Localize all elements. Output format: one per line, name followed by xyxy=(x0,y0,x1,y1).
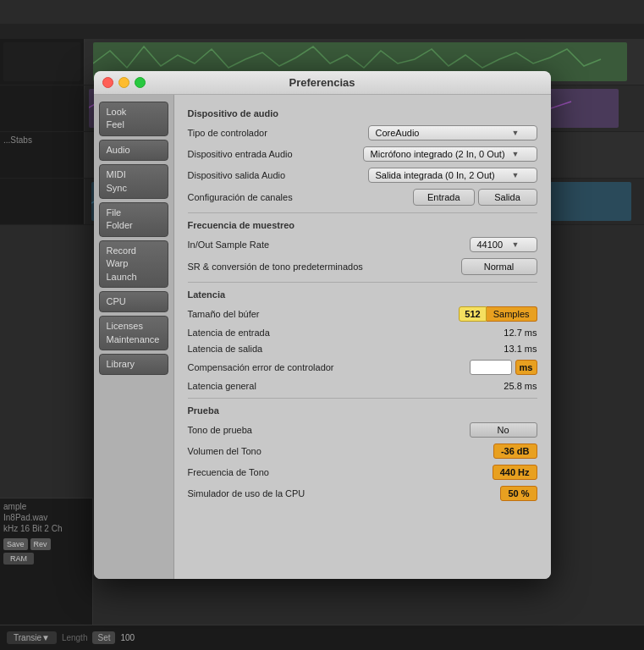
control-volumen-tono: -36 dB xyxy=(493,443,537,459)
control-config-canales: Entrada Salida xyxy=(413,189,537,206)
label-tamano-buffer: Tamaño del búfer xyxy=(188,309,460,319)
btn-salida[interactable]: Salida xyxy=(478,189,537,206)
ms-tag-compensacion: ms xyxy=(515,360,537,375)
control-latencia-general: 25.8 ms xyxy=(504,381,537,391)
label-frecuencia-tono: Frecuencia de Tono xyxy=(188,467,493,477)
control-latencia-entrada: 12.7 ms xyxy=(504,328,537,338)
dropdown-arrow-sr: ▼ xyxy=(512,240,520,249)
buffer-unit: Samples xyxy=(487,306,537,322)
label-latencia-general: Latencia general xyxy=(188,381,504,391)
label-volumen-tono: Volumen del Tono xyxy=(188,446,493,456)
label-sr-conversion: SR & conversión de tono predeterminados xyxy=(188,262,461,272)
input-compensacion[interactable]: 0.00 xyxy=(470,360,512,375)
divider-1 xyxy=(188,212,537,213)
sidebar-item-record-warp-launch[interactable]: Record Warp Launch xyxy=(99,240,168,288)
buffer-num[interactable]: 512 xyxy=(459,306,486,322)
control-simulador-cpu: 50 % xyxy=(500,486,537,501)
value-latencia-general: 25.8 ms xyxy=(504,381,537,391)
field-dispositivo-entrada: Dispositivo entrada Audio Micrófono inte… xyxy=(188,146,537,162)
field-sr-conversion: SR & conversión de tono predeterminados … xyxy=(188,258,537,275)
value-volumen-tono[interactable]: -36 dB xyxy=(493,443,537,459)
sidebar-item-licenses[interactable]: Licenses Maintenance xyxy=(99,316,168,350)
sidebar-item-file-folder[interactable]: File Folder xyxy=(99,202,168,237)
title-bar: Preferencias xyxy=(94,71,551,95)
label-simulador-cpu: Simulador de uso de la CPU xyxy=(188,488,501,499)
field-compensacion: Compensación error de controlador 0.00 m… xyxy=(188,360,537,375)
value-simulador-cpu[interactable]: 50 % xyxy=(500,486,537,501)
section-header-frecuencia: Frecuencia de muestreo xyxy=(188,220,537,230)
dropdown-arrow-entrada: ▼ xyxy=(512,150,520,158)
field-simulador-cpu: Simulador de uso de la CPU 50 % xyxy=(188,486,537,501)
field-config-canales: Configuración de canales Entrada Salida xyxy=(188,189,537,206)
dropdown-sample-rate[interactable]: 44100 ▼ xyxy=(470,237,537,252)
minimize-button[interactable] xyxy=(118,77,129,88)
field-tipo-controlador: Tipo de controlador CoreAudio ▼ xyxy=(188,125,537,140)
control-dispositivo-entrada: Micrófono integrado (2 In, 0 Out) ▼ xyxy=(363,146,537,162)
control-dispositivo-salida: Salida integrada (0 In, 2 Out) ▼ xyxy=(368,168,537,183)
control-sample-rate: 44100 ▼ xyxy=(470,237,537,252)
label-dispositivo-entrada: Dispositivo entrada Audio xyxy=(188,149,363,159)
prefs-content: Dispositivo de audio Tipo de controlador… xyxy=(174,95,551,579)
sidebar: Look Feel Audio MIDI Sync File Folder Re… xyxy=(94,95,174,579)
sidebar-item-cpu[interactable]: CPU xyxy=(99,291,168,312)
close-button[interactable] xyxy=(102,77,113,88)
control-tipo-controlador: CoreAudio ▼ xyxy=(368,125,537,140)
control-frecuencia-tono: 440 Hz xyxy=(493,465,537,480)
label-tipo-controlador: Tipo de controlador xyxy=(188,128,368,138)
title-bar-buttons xyxy=(102,77,146,88)
prefs-body: Look Feel Audio MIDI Sync File Folder Re… xyxy=(94,95,551,579)
label-tono-prueba: Tono de prueba xyxy=(188,425,470,435)
field-dispositivo-salida: Dispositivo salida Audio Salida integrad… xyxy=(188,168,537,183)
label-latencia-entrada: Latencia de entrada xyxy=(188,328,504,338)
divider-3 xyxy=(188,398,537,399)
preferences-window: Preferencias Look Feel Audio MIDI Sync F… xyxy=(94,71,551,579)
label-compensacion: Compensación error de controlador xyxy=(188,362,470,372)
btn-normal[interactable]: Normal xyxy=(461,258,537,275)
section-header-latencia: Latencia xyxy=(188,289,537,300)
field-volumen-tono: Volumen del Tono -36 dB xyxy=(188,443,537,459)
dropdown-tipo-controlador[interactable]: CoreAudio ▼ xyxy=(368,125,537,140)
maximize-button[interactable] xyxy=(135,77,146,88)
dropdown-dispositivo-salida[interactable]: Salida integrada (0 In, 2 Out) ▼ xyxy=(368,168,537,183)
btn-tono-prueba[interactable]: No xyxy=(470,422,537,438)
field-tamano-buffer: Tamaño del búfer 512 Samples xyxy=(188,306,537,322)
field-tono-prueba: Tono de prueba No xyxy=(188,422,537,438)
field-frecuencia-tono: Frecuencia de Tono 440 Hz xyxy=(188,465,537,480)
section-header-prueba: Prueba xyxy=(188,405,537,416)
window-title: Preferencias xyxy=(289,76,355,89)
field-latencia-salida: Latencia de salida 13.1 ms xyxy=(188,344,537,354)
control-compensacion: 0.00 ms xyxy=(470,360,537,375)
modal-overlay: Preferencias Look Feel Audio MIDI Sync F… xyxy=(0,0,644,650)
value-latencia-entrada: 12.7 ms xyxy=(504,328,537,338)
control-tono-prueba: No xyxy=(470,422,537,438)
label-sample-rate: In/Out Sample Rate xyxy=(188,240,470,250)
divider-2 xyxy=(188,282,537,283)
sidebar-item-midi-sync[interactable]: MIDI Sync xyxy=(99,164,168,199)
field-sample-rate: In/Out Sample Rate 44100 ▼ xyxy=(188,237,537,252)
control-sr-conversion: Normal xyxy=(461,258,537,275)
label-dispositivo-salida: Dispositivo salida Audio xyxy=(188,170,368,180)
field-latencia-general: Latencia general 25.8 ms xyxy=(188,381,537,391)
control-latencia-salida: 13.1 ms xyxy=(504,344,537,354)
label-latencia-salida: Latencia de salida xyxy=(188,344,504,354)
section-header-dispositivo: Dispositivo de audio xyxy=(188,108,537,118)
control-tamano-buffer: 512 Samples xyxy=(459,306,537,322)
btn-entrada[interactable]: Entrada xyxy=(413,189,475,206)
sidebar-item-audio[interactable]: Audio xyxy=(99,140,168,161)
sidebar-item-library[interactable]: Library xyxy=(99,354,168,375)
field-latencia-entrada: Latencia de entrada 12.7 ms xyxy=(188,328,537,338)
label-config-canales: Configuración de canales xyxy=(188,192,413,202)
dropdown-dispositivo-entrada[interactable]: Micrófono integrado (2 In, 0 Out) ▼ xyxy=(363,146,537,162)
sidebar-item-look-feel[interactable]: Look Feel xyxy=(99,102,168,136)
value-latencia-salida: 13.1 ms xyxy=(504,344,537,354)
dropdown-arrow-tipo: ▼ xyxy=(512,129,520,137)
dropdown-arrow-salida: ▼ xyxy=(512,171,520,179)
value-frecuencia-tono[interactable]: 440 Hz xyxy=(493,465,537,480)
buffer-display: 512 Samples xyxy=(459,306,537,322)
